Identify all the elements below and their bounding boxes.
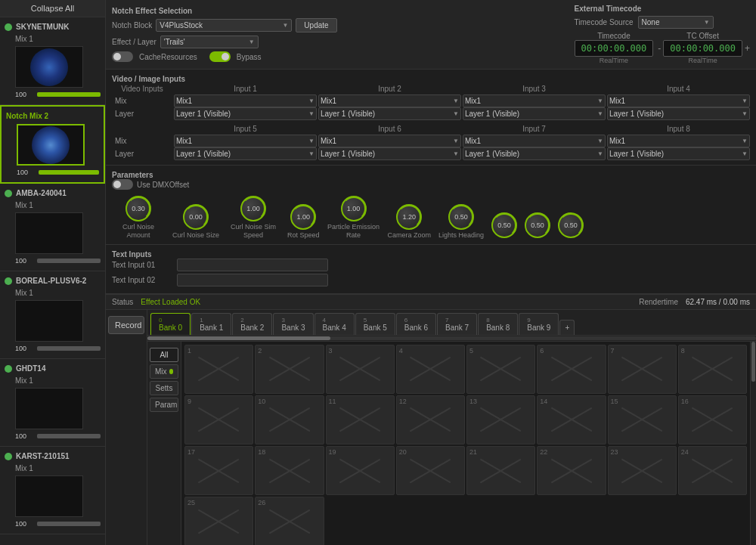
bank-tab-6[interactable]: 6 Bank 6 [396, 313, 436, 335]
clip-cell-25[interactable]: 25 [184, 497, 253, 545]
bank-tab-7[interactable]: 7 Bank 7 [437, 313, 477, 335]
clip-cell-11[interactable]: 11 [326, 395, 395, 444]
clip-cell-2[interactable]: 2 [255, 345, 324, 394]
clip-cell-22[interactable]: 22 [537, 446, 606, 495]
update-button[interactable]: Update [296, 18, 336, 33]
device-header-skynetmunk[interactable]: SKYNETMUNK [0, 20, 105, 33]
clip-cell-4[interactable]: 4 [396, 345, 465, 394]
clip-cell-19[interactable]: 19 [326, 446, 395, 495]
device-header-boreal[interactable]: BOREAL-PLUSV6-2 [0, 274, 105, 287]
clip-cell-14[interactable]: 14 [537, 395, 606, 444]
clip-cell-26[interactable]: 26 [255, 497, 324, 545]
mix-thumb-boreal[interactable] [0, 299, 105, 343]
filter-setts-button[interactable]: Setts [150, 381, 178, 395]
clip-cell-8[interactable]: 8 [678, 345, 747, 394]
use-dmx-toggle[interactable] [112, 179, 133, 190]
clip-cell-13[interactable]: 13 [466, 395, 535, 444]
input2-mix-select[interactable]: Mix1▼ [318, 94, 461, 107]
mix-thumb-ghdt14[interactable] [0, 386, 105, 431]
input3-layer-select[interactable]: Layer 1 (Visible)▼ [463, 107, 606, 120]
clip-cell-21[interactable]: 21 [466, 446, 535, 495]
device-header-ghdt14[interactable]: GHDT14 [0, 362, 105, 375]
effect-layer-select[interactable]: 'Trails' ▼ [160, 36, 259, 48]
clip-cell-16[interactable]: 16 [678, 395, 747, 444]
fader-bar-notchmix2[interactable] [39, 170, 99, 175]
input5-mix-select[interactable]: Mix1▼ [174, 135, 317, 147]
input5-layer-select[interactable]: Layer 1 (Visible)▼ [174, 147, 317, 160]
filter-all-button[interactable]: All [150, 348, 178, 362]
input1-mix-select[interactable]: Mix1▼ [174, 94, 317, 107]
clip-cell-7[interactable]: 7 [608, 345, 677, 394]
timecode-source-select[interactable]: None ▼ [638, 16, 714, 29]
input6-mix-select[interactable]: Mix1▼ [318, 135, 461, 147]
clip-cell-23[interactable]: 23 [608, 446, 677, 495]
device-header-karst[interactable]: KARST-210151 [0, 450, 105, 463]
record-button[interactable]: Record [108, 316, 144, 334]
fader-bar-amba[interactable] [37, 259, 101, 263]
bank-tab-0[interactable]: 0 Bank 0 [150, 313, 191, 335]
bank-tab-4[interactable]: 4 Bank 4 [314, 313, 355, 335]
fader-bar-karst[interactable] [37, 522, 101, 526]
clip-cell-5[interactable]: 5 [466, 345, 535, 394]
bank-tab-3[interactable]: 3 Bank 3 [273, 313, 313, 335]
input8-layer-select[interactable]: Layer 1 (Visible)▼ [607, 147, 750, 160]
clip-cell-17[interactable]: 17 [184, 446, 253, 495]
tc-plus-button[interactable]: + [745, 43, 750, 54]
input4-layer-select[interactable]: Layer 1 (Visible)▼ [607, 107, 750, 120]
mix-thumb-amba[interactable] [0, 211, 105, 255]
filter-param-button[interactable]: Param [150, 398, 178, 412]
bank-tab-1[interactable]: 1 Bank 1 [191, 313, 231, 335]
device-header-amba[interactable]: AMBA-240041 [0, 187, 105, 200]
text-input-01-field[interactable] [177, 259, 328, 271]
bank-tab-9[interactable]: 9 Bank 9 [519, 313, 559, 335]
knob-8-control[interactable]: 0.50 [491, 212, 517, 238]
notch-block-select[interactable]: V4PlusStock ▼ [156, 19, 292, 32]
collapse-all-button[interactable]: Collapse All [0, 0, 105, 17]
banks-tab-scrollbar[interactable] [147, 336, 756, 342]
clip-cell-18[interactable]: 18 [255, 446, 324, 495]
knob-curl-noise-sim-speed-control[interactable]: 1.00 [240, 196, 266, 221]
clip-cell-20[interactable]: 20 [396, 446, 465, 495]
bank-tab-2[interactable]: 2 Bank 2 [232, 313, 272, 335]
knob-camera-zoom-control[interactable]: 1.20 [396, 204, 422, 230]
clip-cell-6[interactable]: 6 [537, 345, 606, 394]
knob-curl-noise-size-control[interactable]: 0.00 [183, 204, 209, 230]
mix-thumb-karst[interactable] [0, 474, 105, 519]
clips-vertical-scrollbar[interactable] [750, 342, 756, 545]
fader-bar-ghdt14[interactable] [37, 434, 101, 438]
device-header-notchmix2[interactable]: Notch Mix 2 [2, 110, 104, 122]
input4-mix-select[interactable]: Mix1▼ [607, 94, 750, 107]
clip-cell-9[interactable]: 9 [184, 395, 253, 444]
knob-rot-speed-control[interactable]: 1.00 [290, 204, 316, 230]
input6-layer-select[interactable]: Layer 1 (Visible)▼ [318, 147, 461, 160]
bank-tab-5[interactable]: 5 Bank 5 [355, 313, 395, 335]
clip-cell-10[interactable]: 10 [255, 395, 324, 444]
clip-cell-1[interactable]: 1 [184, 345, 253, 394]
knob-10-control[interactable]: 0.50 [558, 212, 584, 238]
knob-curl-noise-amount-control[interactable]: 0.30 [125, 196, 151, 221]
bypass-toggle[interactable] [209, 51, 231, 62]
input2-layer-select[interactable]: Layer 1 (Visible)▼ [318, 107, 461, 120]
input7-mix-select[interactable]: Mix1▼ [463, 135, 606, 147]
clip-cell-15[interactable]: 15 [608, 395, 677, 444]
input8-mix-select[interactable]: Mix1▼ [607, 135, 750, 147]
tc-minus-button[interactable]: - [658, 43, 661, 54]
bank-tab-more[interactable]: + [559, 320, 575, 335]
input1-layer-select[interactable]: Layer 1 (Visible)▼ [174, 107, 317, 120]
input3-mix-select[interactable]: Mix1▼ [463, 94, 606, 107]
mix-thumb-notchmix2[interactable] [2, 122, 104, 167]
input7-layer-select[interactable]: Layer 1 (Visible)▼ [463, 147, 606, 160]
knob-9-control[interactable]: 0.50 [525, 212, 550, 238]
clip-cell-24[interactable]: 24 [678, 446, 747, 495]
text-input-02-field[interactable] [177, 274, 328, 286]
filter-mix-button[interactable]: Mix [150, 364, 178, 379]
cache-resources-toggle[interactable] [112, 51, 133, 62]
mix-thumb-skynetmunk[interactable] [0, 45, 105, 89]
fader-bar-boreal[interactable] [37, 346, 101, 351]
knob-lights-heading-control[interactable]: 0.50 [448, 204, 474, 230]
clip-cell-3[interactable]: 3 [326, 345, 395, 394]
bank-tab-8[interactable]: 8 Bank 8 [478, 313, 518, 335]
clip-cell-12[interactable]: 12 [396, 395, 465, 444]
knob-particle-emission-control[interactable]: 1.00 [341, 196, 367, 221]
fader-bar[interactable] [37, 92, 101, 97]
